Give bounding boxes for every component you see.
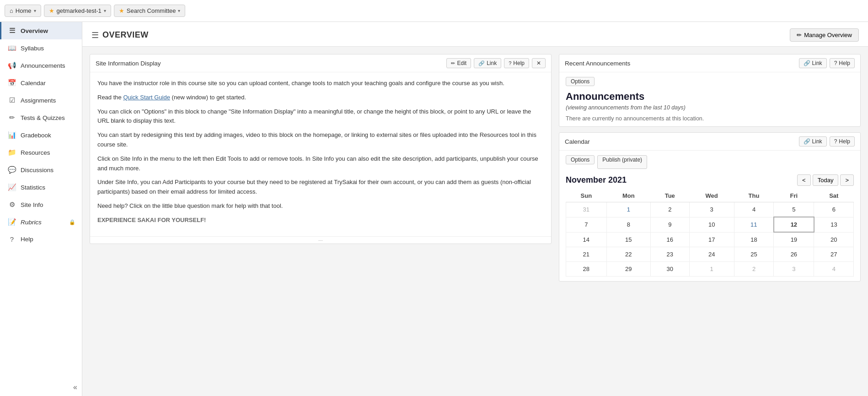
calendar-day-cell: 14 bbox=[566, 232, 607, 247]
calendar-widget-actions: 🔗 Link ? Help bbox=[799, 136, 855, 146]
calendar-day-cell[interactable]: 1 bbox=[606, 202, 650, 217]
sidebar-item-announcements[interactable]: 📢 Announcements bbox=[0, 57, 82, 74]
site-info-para-4: You can start by redesigning this text b… bbox=[97, 130, 544, 150]
sidebar-item-discussions[interactable]: 💬 Discussions bbox=[0, 161, 82, 179]
calendar-day-cell: 29 bbox=[606, 262, 650, 277]
calendar-day-cell[interactable]: 11 bbox=[734, 217, 773, 232]
calendar-month-nav: November 2021 < Today > bbox=[566, 174, 854, 186]
cal-help-icon: ? bbox=[834, 138, 837, 145]
left-panel: Site Information Display ✏ Edit 🔗 Link bbox=[90, 54, 552, 389]
resize-handle[interactable]: — bbox=[90, 236, 551, 244]
search-committee-nav-item[interactable]: ★ Search Committee ▾ bbox=[114, 5, 186, 17]
help-label: Help bbox=[513, 60, 525, 66]
calendar-day-cell: 3 bbox=[689, 202, 734, 217]
calendar-next-button[interactable]: > bbox=[840, 174, 854, 186]
calendar-day-cell: 28 bbox=[566, 262, 607, 277]
main-content: ☰ OVERVIEW ✏ Manage Overview Site Inform… bbox=[82, 22, 868, 396]
assignments-icon: ☑ bbox=[8, 96, 16, 104]
calendar-grid: Sun Mon Tue Wed Thu Fri Sat 311 bbox=[566, 190, 854, 277]
site-info-para-7: Need help? Click on the little blue ques… bbox=[97, 201, 544, 211]
sidebar-collapse-button[interactable]: « bbox=[73, 383, 77, 391]
announcements-options-button[interactable]: Options bbox=[566, 77, 595, 86]
sidebar-item-statistics[interactable]: 📈 Statistics bbox=[0, 179, 82, 196]
quick-start-link[interactable]: Quick Start Guide bbox=[123, 94, 170, 101]
sidebar-item-gradebook[interactable]: 📊 Gradebook bbox=[0, 126, 82, 144]
calendar-day-cell: 9 bbox=[650, 217, 689, 232]
overview-icon: ☰ bbox=[8, 27, 16, 35]
search-committee-chevron-icon: ▾ bbox=[178, 8, 180, 13]
calendar-icon: 📅 bbox=[8, 79, 16, 87]
page-header-icon: ☰ bbox=[91, 30, 99, 40]
cal-header-wed: Wed bbox=[689, 190, 734, 202]
calendar-day-cell: 19 bbox=[774, 232, 814, 247]
home-chevron-icon: ▾ bbox=[34, 8, 36, 13]
cal-link-label: Link bbox=[812, 138, 822, 145]
top-navigation: ⌂ Home ▾ ★ getmarked-test-1 ▾ ★ Search C… bbox=[0, 0, 868, 22]
calendar-prev-button[interactable]: < bbox=[797, 174, 811, 186]
calendar-day-cell: 25 bbox=[734, 247, 773, 262]
statistics-icon: 📈 bbox=[8, 183, 16, 191]
link-icon: 🔗 bbox=[478, 60, 485, 66]
discussions-icon: 💬 bbox=[8, 166, 16, 174]
help-q-icon: ? bbox=[509, 60, 511, 66]
sidebar-label-syllabus: Syllabus bbox=[21, 45, 44, 52]
calendar-today-button[interactable]: Today bbox=[813, 174, 839, 186]
sidebar-item-syllabus[interactable]: 📖 Syllabus bbox=[0, 39, 82, 57]
home-icon: ⌂ bbox=[10, 7, 13, 14]
site-info-para-1: You have the instructor role in this cou… bbox=[97, 79, 544, 88]
home-label: Home bbox=[16, 7, 32, 14]
calendar-day-cell: 30 bbox=[650, 262, 689, 277]
sidebar-label-overview: Overview bbox=[21, 27, 48, 34]
sidebar-item-help[interactable]: ? Help bbox=[0, 231, 82, 248]
site-info-para-6: Under Site Info, you can Add Participant… bbox=[97, 178, 544, 197]
getmarked-label: getmarked-test-1 bbox=[57, 7, 102, 14]
calendar-day-cell: 15 bbox=[606, 232, 650, 247]
announcements-help-button[interactable]: ? Help bbox=[830, 58, 855, 68]
announcements-link-button[interactable]: 🔗 Link bbox=[799, 58, 827, 68]
manage-overview-label: Manage Overview bbox=[804, 32, 852, 38]
cal-header-sun: Sun bbox=[566, 190, 607, 202]
sidebar-item-assignments[interactable]: ☑ Assignments bbox=[0, 92, 82, 109]
calendar-day-cell: 31 bbox=[566, 202, 607, 217]
calendar-options-button[interactable]: Options bbox=[566, 155, 595, 164]
calendar-week-row: 14151617181920 bbox=[566, 232, 854, 247]
manage-overview-button[interactable]: ✏ Manage Overview bbox=[790, 28, 859, 42]
calendar-day-cell: 16 bbox=[650, 232, 689, 247]
syllabus-icon: 📖 bbox=[8, 44, 16, 52]
getmarked-chevron-icon: ▾ bbox=[104, 8, 106, 13]
sidebar-collapse-area: « bbox=[0, 383, 82, 391]
calendar-help-button[interactable]: ? Help bbox=[830, 136, 855, 146]
sidebar-item-calendar[interactable]: 📅 Calendar bbox=[0, 74, 82, 92]
sidebar-label-announcements: Announcements bbox=[21, 62, 65, 69]
sidebar-item-overview[interactable]: ☰ Overview bbox=[0, 22, 82, 39]
calendar-week-row: 78910111213 bbox=[566, 217, 854, 232]
calendar-publish-button[interactable]: Publish (private) bbox=[597, 155, 647, 169]
home-nav-item[interactable]: ⌂ Home ▾ bbox=[5, 5, 41, 17]
sidebar-item-rubrics[interactable]: 📝 Rubrics 🔒 bbox=[0, 213, 82, 231]
right-panel: Recent Announcements 🔗 Link ? Help bbox=[559, 54, 861, 389]
site-info-link-button[interactable]: 🔗 Link bbox=[474, 58, 501, 68]
sidebar-item-resources[interactable]: 📁 Resources bbox=[0, 144, 82, 161]
site-info-help-button[interactable]: ? Help bbox=[504, 58, 529, 68]
rubrics-icon: 📝 bbox=[8, 218, 16, 226]
sidebar-label-assignments: Assignments bbox=[21, 97, 56, 104]
cal-header-sat: Sat bbox=[814, 190, 854, 202]
calendar-week-row: 21222324252627 bbox=[566, 247, 854, 262]
calendar-day-cell: 17 bbox=[689, 232, 734, 247]
cal-link-icon: 🔗 bbox=[804, 138, 810, 145]
calendar-week-row: 2829301234 bbox=[566, 262, 854, 277]
calendar-day-cell: 23 bbox=[650, 247, 689, 262]
cal-header-thu: Thu bbox=[734, 190, 773, 202]
getmarked-nav-item[interactable]: ★ getmarked-test-1 ▾ bbox=[44, 5, 111, 17]
cal-help-label: Help bbox=[839, 138, 850, 145]
sidebar-item-site-info[interactable]: ⚙ Site Info bbox=[0, 196, 82, 213]
calendar-link-button[interactable]: 🔗 Link bbox=[799, 136, 827, 146]
sidebar-label-site-info: Site Info bbox=[21, 201, 43, 208]
site-info-edit-button[interactable]: ✏ Edit bbox=[446, 58, 471, 68]
site-info-widget-title: Site Information Display bbox=[96, 60, 161, 67]
sidebar-label-statistics: Statistics bbox=[21, 184, 45, 191]
site-info-close-button[interactable]: ✕ bbox=[532, 58, 546, 68]
announcements-widget-actions: 🔗 Link ? Help bbox=[799, 58, 855, 68]
sidebar-label-resources: Resources bbox=[21, 149, 50, 156]
sidebar-item-tests-quizzes[interactable]: ✏ Tests & Quizzes bbox=[0, 109, 82, 126]
